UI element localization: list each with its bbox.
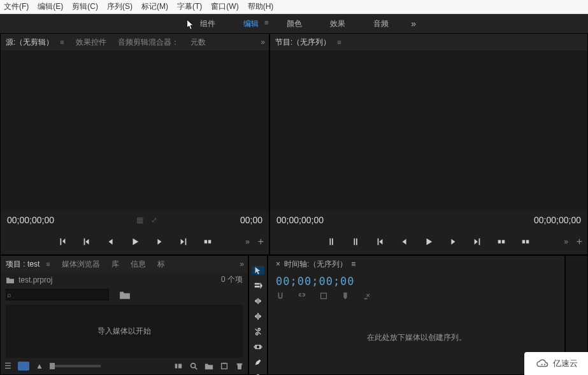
go-to-out-icon[interactable] bbox=[178, 237, 189, 247]
project-footer: ☰ ▲ bbox=[1, 358, 248, 374]
svg-rect-0 bbox=[204, 240, 206, 243]
source-panel-menu-icon[interactable]: ≡ bbox=[60, 38, 64, 46]
source-viewer[interactable] bbox=[1, 50, 269, 211]
rate-stretch-tool-icon[interactable] bbox=[252, 312, 264, 321]
svg-rect-4 bbox=[522, 240, 525, 243]
svg-rect-6 bbox=[175, 364, 178, 369]
go-to-out-icon[interactable] bbox=[472, 237, 482, 247]
project-search-input[interactable] bbox=[6, 289, 109, 300]
delete-icon[interactable] bbox=[235, 362, 244, 371]
razor-tool-icon[interactable] bbox=[252, 327, 264, 336]
timeline-panel-menu-icon[interactable]: ≡ bbox=[351, 260, 355, 268]
program-time-row: 00;00;00;00 00;00;00;00 bbox=[270, 211, 587, 229]
step-back-icon[interactable] bbox=[399, 237, 410, 247]
tab-project[interactable]: 项目 : test bbox=[6, 259, 39, 270]
icon-view-icon[interactable] bbox=[18, 362, 29, 371]
mark-out-icon[interactable] bbox=[351, 237, 361, 247]
go-to-in-icon[interactable] bbox=[82, 237, 92, 247]
mark-in-icon[interactable] bbox=[57, 237, 68, 247]
tab-program[interactable]: 节目:（无序列） bbox=[275, 37, 331, 48]
tab-effect-controls[interactable]: 效果控件 bbox=[76, 37, 106, 48]
source-timecode-right[interactable]: 00;00 bbox=[240, 215, 262, 225]
selection-tool-icon[interactable] bbox=[252, 266, 264, 275]
project-item-count: 0 个项 bbox=[221, 274, 243, 285]
freeform-view-icon[interactable]: ▲ bbox=[36, 362, 43, 371]
program-timecode-right[interactable]: 00;00;00;00 bbox=[534, 215, 581, 225]
tab-media-browser[interactable]: 媒体浏览器 bbox=[62, 259, 100, 270]
menu-sequence[interactable]: 序列(S) bbox=[107, 1, 133, 12]
ripple-edit-tool-icon[interactable] bbox=[252, 297, 264, 305]
settings-icon[interactable] bbox=[362, 291, 371, 300]
transport-more-icon[interactable]: » bbox=[564, 237, 568, 246]
timeline-drop-area[interactable]: 在此处放下媒体以创建序列。 bbox=[268, 300, 564, 374]
lift-icon[interactable] bbox=[496, 237, 506, 247]
linked-selection-icon[interactable] bbox=[298, 291, 306, 300]
timeline-timecode[interactable]: 00;00;00;00 bbox=[276, 275, 557, 288]
source-timecode-left[interactable]: 00;00;00;00 bbox=[7, 215, 54, 225]
step-forward-icon[interactable] bbox=[154, 237, 164, 247]
new-item-icon[interactable] bbox=[220, 362, 229, 371]
find-icon[interactable] bbox=[189, 362, 198, 371]
insert-icon[interactable] bbox=[203, 237, 213, 247]
safe-margins-icon[interactable]: ▦ bbox=[136, 216, 143, 224]
svg-rect-9 bbox=[222, 364, 227, 369]
tool-panel bbox=[248, 255, 268, 375]
tab-markers[interactable]: 标 bbox=[157, 259, 165, 270]
tabs-overflow-icon[interactable]: » bbox=[261, 38, 265, 47]
slip-tool-icon[interactable] bbox=[252, 342, 264, 351]
snap-icon[interactable] bbox=[276, 291, 285, 300]
source-time-row: 00;00;00;00 ▦ ⤢ 00;00 bbox=[1, 211, 269, 229]
tab-metadata[interactable]: 元数 bbox=[190, 37, 206, 48]
project-import-prompt[interactable]: 导入媒体以开始 bbox=[6, 305, 243, 358]
track-select-tool-icon[interactable] bbox=[252, 281, 264, 290]
tabs-overflow-icon[interactable]: » bbox=[240, 260, 244, 268]
list-view-icon[interactable]: ☰ bbox=[4, 362, 11, 371]
tab-source[interactable]: 源:（无剪辑） bbox=[6, 37, 54, 48]
timeline-panel: × 时间轴:（无序列） ≡ 00;00;00;00 在此处放下媒体以创建序列。 bbox=[268, 255, 565, 375]
step-forward-icon[interactable] bbox=[448, 237, 458, 247]
new-bin-icon[interactable] bbox=[204, 362, 213, 371]
workspace-assembly[interactable]: 组件 bbox=[200, 18, 215, 29]
play-icon[interactable] bbox=[130, 237, 140, 247]
new-bin-icon[interactable] bbox=[119, 290, 131, 300]
mark-in-icon[interactable] bbox=[327, 237, 337, 247]
tab-audio-clip-mixer[interactable]: 音频剪辑混合器： bbox=[118, 37, 179, 48]
timeline-marker-icon[interactable] bbox=[341, 291, 350, 300]
menu-marker[interactable]: 标记(M) bbox=[141, 1, 168, 12]
automate-to-sequence-icon[interactable] bbox=[174, 362, 183, 371]
program-timecode-left[interactable]: 00;00;00;00 bbox=[276, 215, 324, 225]
menu-file[interactable]: 文件(F) bbox=[4, 1, 29, 12]
project-panel-menu-icon[interactable]: ≡ bbox=[46, 260, 50, 268]
menu-edit[interactable]: 编辑(E) bbox=[38, 1, 63, 12]
menu-window[interactable]: 窗口(W) bbox=[211, 1, 238, 12]
workspace-color[interactable]: 颜色 bbox=[287, 18, 302, 29]
workspace-audio[interactable]: 音频 bbox=[373, 18, 389, 29]
menu-help[interactable]: 帮助(H) bbox=[248, 1, 274, 12]
fit-icon[interactable]: ⤢ bbox=[151, 216, 157, 224]
menu-title[interactable]: 字幕(T) bbox=[177, 1, 202, 12]
add-button-icon[interactable]: + bbox=[577, 236, 582, 247]
workspace-effects[interactable]: 效果 bbox=[330, 18, 345, 29]
extract-icon[interactable] bbox=[520, 237, 531, 247]
tab-libraries[interactable]: 库 bbox=[111, 259, 119, 270]
program-viewer[interactable] bbox=[270, 50, 587, 211]
add-marker-icon[interactable] bbox=[319, 291, 328, 300]
step-back-icon[interactable] bbox=[106, 237, 116, 247]
workspace-bar: 组件 编辑 颜色 效果 音频 » bbox=[0, 14, 588, 33]
source-monitor-panel: 源:（无剪辑） ≡ 效果控件 音频剪辑混合器： 元数 » 00;00;00;00… bbox=[0, 33, 269, 255]
program-panel-menu-icon[interactable]: ≡ bbox=[337, 38, 341, 46]
pen-tool-icon[interactable] bbox=[252, 358, 264, 367]
play-icon[interactable] bbox=[424, 237, 434, 247]
transport-more-icon[interactable]: » bbox=[245, 237, 250, 246]
go-to-in-icon[interactable] bbox=[375, 237, 385, 247]
tab-info[interactable]: 信息 bbox=[131, 259, 146, 270]
svg-rect-3 bbox=[502, 240, 505, 243]
workspace-editing[interactable]: 编辑 bbox=[243, 18, 259, 29]
thumbnail-zoom-slider[interactable] bbox=[50, 365, 101, 367]
add-button-icon[interactable]: + bbox=[258, 236, 264, 247]
project-file-icon bbox=[6, 276, 15, 284]
menu-clip[interactable]: 剪辑(C) bbox=[72, 1, 98, 12]
workspace-more-icon[interactable]: » bbox=[411, 18, 416, 29]
tab-timeline[interactable]: 时间轴:（无序列） bbox=[284, 259, 347, 270]
search-icon: ⌕ bbox=[7, 291, 11, 298]
